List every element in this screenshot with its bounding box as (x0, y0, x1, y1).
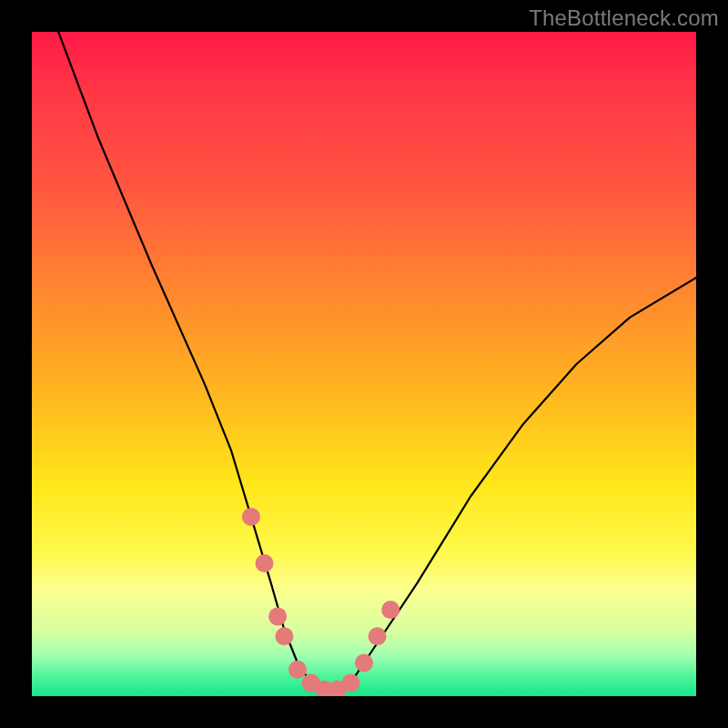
plot-area (32, 32, 696, 696)
curve-marker (369, 627, 387, 645)
bottleneck-curve (58, 32, 696, 690)
watermark-text: TheBottleneck.com (529, 5, 719, 31)
curve-marker (355, 654, 373, 672)
curve-marker (341, 673, 359, 692)
curve-marker (268, 607, 287, 625)
curve-group (58, 32, 696, 690)
curve-marker (242, 508, 260, 526)
curve-marker (381, 601, 399, 619)
marker-group (242, 508, 399, 696)
curve-marker (275, 627, 293, 645)
curve-marker (288, 661, 307, 679)
curve-marker (256, 554, 274, 572)
chart-svg (32, 32, 696, 696)
chart-frame: TheBottleneck.com (0, 0, 728, 728)
